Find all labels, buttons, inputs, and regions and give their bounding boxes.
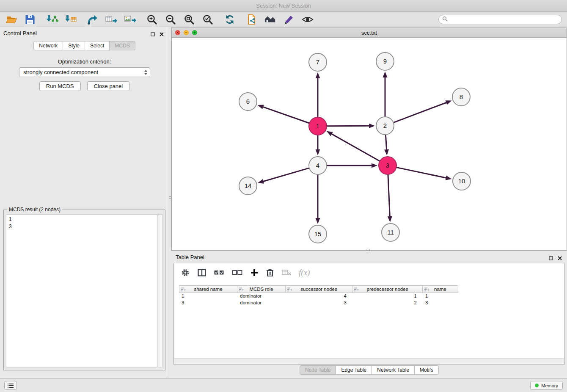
close-panel-icon[interactable] (160, 30, 164, 38)
refresh-layout-icon[interactable] (223, 13, 236, 26)
table-cell: 4 (286, 293, 352, 300)
edge-4-14[interactable] (263, 168, 309, 182)
column-header-predecessor-nodes[interactable]: predecessor nodes (352, 285, 423, 293)
function-icon: f(x) (299, 268, 310, 277)
tab-network-table[interactable]: Network Table (372, 365, 415, 375)
table-cell: 1 (352, 293, 423, 300)
result-scrollbar[interactable] (158, 214, 162, 367)
trash-icon[interactable] (266, 268, 274, 277)
import-table-icon[interactable] (64, 13, 77, 26)
edge-3-11[interactable] (388, 174, 390, 217)
table-cell: dominator (237, 300, 286, 306)
search-input[interactable] (450, 17, 558, 22)
edge-1-6[interactable] (262, 107, 309, 123)
close-panel-icon[interactable] (558, 254, 562, 262)
zoom-window-button[interactable] (192, 30, 197, 35)
node-label-6: 6 (246, 98, 250, 105)
sort-icon (354, 287, 359, 292)
deselect-all-icon[interactable] (232, 268, 243, 277)
float-panel-icon[interactable] (151, 30, 155, 38)
edge-arrow-icon (384, 149, 389, 155)
vertical-splitter-handle[interactable] (169, 193, 171, 203)
save-session-icon[interactable] (24, 13, 36, 26)
node-label-11: 11 (387, 229, 394, 236)
zoom-selected-icon[interactable] (201, 13, 214, 26)
table-cell: dominator (237, 293, 286, 300)
edge-arrow-icon (258, 179, 264, 184)
memory-label: Memory (541, 383, 558, 388)
edge-arrow-icon (383, 72, 388, 77)
show-hide-icon[interactable] (301, 13, 314, 26)
control-panel: Control Panel NetworkStyleSelectMCDS Opt… (0, 27, 169, 378)
zoom-out-icon[interactable] (164, 13, 177, 26)
share-document-icon[interactable] (245, 13, 258, 26)
edge-3-1[interactable] (331, 134, 380, 161)
tab-mcds[interactable]: MCDS (110, 41, 135, 50)
table-panel-body: f(x) shared nameMCDS rolesuccessor nodes… (173, 263, 565, 364)
column-header-successor-nodes[interactable]: successor nodes (286, 285, 352, 293)
main-toolbar (0, 12, 567, 27)
table-row[interactable]: 3dominator323 (179, 300, 559, 306)
sort-icon (181, 287, 186, 292)
run-mcds-button[interactable]: Run MCDS (39, 81, 81, 91)
edge-2-8[interactable] (394, 102, 447, 123)
tab-select[interactable]: Select (85, 41, 110, 50)
export-image-icon[interactable] (124, 13, 136, 26)
minimize-window-button[interactable] (184, 30, 189, 35)
sort-icon (287, 287, 292, 292)
open-folder-icon[interactable] (5, 13, 18, 26)
edge-2-3[interactable] (385, 135, 386, 150)
mcds-buttons: Run MCDS Close panel (0, 81, 169, 91)
close-panel-button[interactable]: Close panel (87, 81, 130, 91)
edge-1-2[interactable] (327, 126, 370, 126)
list-icon (7, 383, 14, 388)
tab-network[interactable]: Network (33, 41, 63, 50)
close-window-button[interactable] (175, 30, 180, 35)
gear-icon[interactable] (181, 268, 190, 277)
tab-motifs[interactable]: Motifs (415, 365, 439, 375)
sort-icon (424, 287, 429, 292)
float-panel-icon[interactable] (549, 254, 553, 262)
tab-style[interactable]: Style (63, 41, 85, 50)
select-all-icon[interactable] (214, 268, 225, 277)
export-network-icon[interactable] (86, 13, 99, 26)
column-header-shared-name[interactable]: shared name (179, 285, 237, 293)
add-row-icon[interactable] (250, 268, 259, 277)
edge-arrow-icon (316, 218, 320, 224)
export-table-icon[interactable] (105, 13, 118, 26)
memory-button[interactable]: Memory (530, 381, 563, 390)
traffic-lights (175, 30, 197, 35)
task-history-button[interactable] (4, 381, 17, 390)
network-canvas[interactable]: 7968124314101511 (172, 38, 567, 250)
zoom-fit-icon[interactable] (183, 13, 195, 26)
edge-3-10[interactable] (396, 167, 447, 178)
column-header-name[interactable]: name (423, 285, 458, 293)
table-panel: Table Panel (171, 252, 567, 377)
zoom-in-icon[interactable] (146, 13, 158, 26)
home-layout-icon[interactable] (264, 13, 277, 26)
file-group (5, 13, 36, 26)
table-horizontal-scrollbar[interactable] (174, 358, 564, 364)
table-tabs: Node TableEdge TableNetwork TableMotifs (171, 365, 567, 375)
tab-node-table[interactable]: Node Table (300, 365, 336, 375)
style-brush-icon[interactable] (283, 13, 295, 26)
edge-arrow-icon (372, 163, 377, 168)
import-network-icon[interactable] (46, 13, 58, 26)
table-header-row: shared nameMCDS rolesuccessor nodesprede… (179, 285, 559, 293)
search-box[interactable] (438, 15, 562, 24)
mcds-result-text: 1 3 (6, 214, 157, 367)
node-label-15: 15 (314, 230, 322, 237)
network-view-window: scc.txt 7968124314101511 (171, 28, 567, 251)
criterion-dropdown[interactable]: strongly connected component (19, 67, 150, 77)
table-cell: 1 (179, 293, 237, 300)
columns-icon[interactable] (197, 268, 206, 277)
horizontal-splitter-handle[interactable] (364, 249, 372, 251)
network-window-title: scc.txt (361, 30, 377, 36)
tab-edge-table[interactable]: Edge Table (336, 365, 372, 375)
edge-arrow-icon (327, 131, 333, 136)
network-window-titlebar: scc.txt (172, 28, 567, 38)
table-row[interactable]: 1dominator411 (179, 293, 559, 300)
column-header-MCDS-role[interactable]: MCDS role (237, 285, 286, 293)
edge-arrow-icon (446, 100, 452, 105)
mcds-result-title: MCDS result (2 nodes) (7, 207, 62, 213)
